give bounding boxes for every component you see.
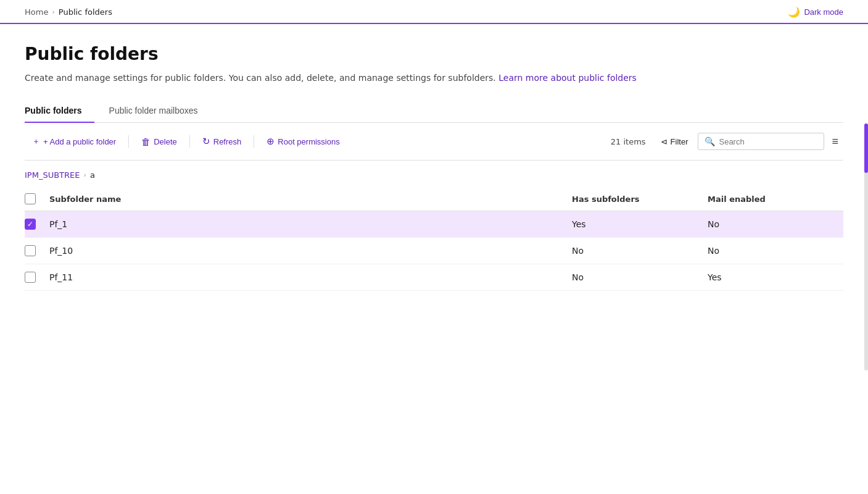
tab-public-folder-mailboxes[interactable]: Public folder mailboxes xyxy=(109,99,210,123)
add-icon: ＋ xyxy=(32,136,40,147)
row-name-2: Pf_11 xyxy=(49,272,572,282)
root-permissions-button[interactable]: ⊕ Root permissions xyxy=(259,132,347,151)
refresh-icon: ↻ xyxy=(202,136,210,147)
add-public-folder-button[interactable]: ＋ + Add a public folder xyxy=(25,132,123,151)
path-root[interactable]: IPM_SUBTREE xyxy=(25,170,80,180)
breadcrumb-separator: › xyxy=(52,8,54,16)
table-header: Subfolder name Has subfolders Mail enabl… xyxy=(25,187,843,211)
filter-icon: ⊲ xyxy=(661,137,668,146)
delete-icon: 🗑 xyxy=(141,136,151,147)
search-icon: 🔍 xyxy=(705,136,715,146)
page-description: Create and manage settings for public fo… xyxy=(25,72,843,85)
col-header-has-subfolders: Has subfolders xyxy=(572,195,708,204)
path-current: a xyxy=(90,170,95,180)
menu-lines-icon: ≡ xyxy=(832,135,838,148)
row-mail-enabled-1: No xyxy=(708,246,843,256)
row-checkbox-1[interactable] xyxy=(25,245,36,256)
select-all-checkbox[interactable] xyxy=(25,193,36,204)
table-row[interactable]: Pf_11 No Yes xyxy=(25,264,843,291)
dark-mode-label: Dark mode xyxy=(804,7,843,17)
dark-mode-button[interactable]: 🌙 Dark mode xyxy=(788,6,843,23)
col-header-mail-enabled: Mail enabled xyxy=(708,195,843,204)
learn-more-link[interactable]: Learn more about public folders xyxy=(498,73,637,83)
table-row[interactable]: Pf_1 Yes No xyxy=(25,211,843,238)
row-checkbox-2[interactable] xyxy=(25,272,36,283)
col-header-name: Subfolder name xyxy=(49,195,572,204)
more-options-button[interactable]: ≡ xyxy=(827,132,843,151)
row-mail-enabled-0: No xyxy=(708,219,843,229)
row-has-subfolders-0: Yes xyxy=(572,219,708,229)
separator-2 xyxy=(189,135,190,148)
filter-label: Filter xyxy=(671,137,688,146)
item-count: 21 items xyxy=(611,137,646,146)
search-box: 🔍 xyxy=(698,133,824,150)
table-row[interactable]: Pf_10 No No xyxy=(25,238,843,264)
folders-table: Subfolder name Has subfolders Mail enabl… xyxy=(25,187,843,291)
add-label: + Add a public folder xyxy=(43,137,116,146)
folder-path: IPM_SUBTREE › a xyxy=(25,161,843,187)
refresh-button[interactable]: ↻ Refresh xyxy=(195,132,249,151)
row-mail-enabled-2: Yes xyxy=(708,272,843,282)
row-checkbox-0[interactable] xyxy=(25,219,36,230)
delete-button[interactable]: 🗑 Delete xyxy=(134,132,184,151)
page-title: Public folders xyxy=(25,44,843,64)
search-input[interactable] xyxy=(719,137,817,146)
breadcrumb-current: Public folders xyxy=(59,7,112,17)
tab-public-folders[interactable]: Public folders xyxy=(25,99,94,123)
root-permissions-label: Root permissions xyxy=(278,137,339,146)
scrollbar[interactable] xyxy=(864,124,868,291)
permissions-icon: ⊕ xyxy=(267,136,275,147)
separator-3 xyxy=(254,135,254,148)
row-name-1: Pf_10 xyxy=(49,246,572,256)
row-has-subfolders-2: No xyxy=(572,272,708,282)
breadcrumb-home[interactable]: Home xyxy=(25,7,48,17)
separator-1 xyxy=(128,135,129,148)
dark-mode-icon: 🌙 xyxy=(788,6,800,18)
row-name-0: Pf_1 xyxy=(49,219,572,229)
filter-button[interactable]: ⊲ Filter xyxy=(653,133,696,151)
delete-label: Delete xyxy=(154,137,177,146)
tabs-container: Public folders Public folder mailboxes xyxy=(25,99,843,123)
row-has-subfolders-1: No xyxy=(572,246,708,256)
scrollbar-thumb[interactable] xyxy=(864,124,868,173)
toolbar: ＋ + Add a public folder 🗑 Delete ↻ Refre… xyxy=(25,123,843,161)
breadcrumb: Home › Public folders xyxy=(25,7,112,22)
path-separator: › xyxy=(83,171,86,179)
refresh-label: Refresh xyxy=(213,137,242,146)
